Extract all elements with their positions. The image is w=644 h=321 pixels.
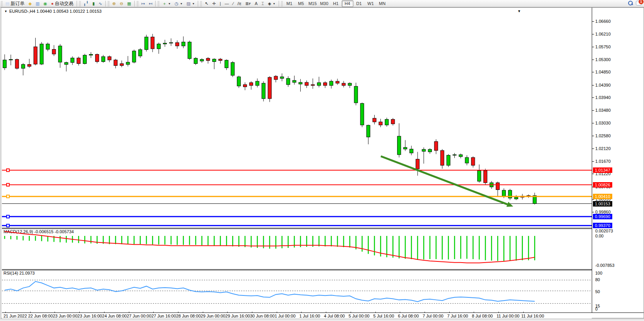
zoom-out-button[interactable]: ⊖ (118, 0, 125, 7)
timeframe-w1-button[interactable]: W1 (365, 0, 377, 7)
candle (231, 61, 235, 77)
zoom-out-icon: ⊖ (120, 2, 123, 6)
text-button[interactable]: A (253, 0, 259, 7)
bar-chart-button[interactable]: ╻╹ (82, 0, 91, 7)
indicators-button[interactable]: ＋▼ (160, 0, 173, 7)
text-label-button[interactable]: ⌶ (260, 0, 266, 7)
signals-button[interactable]: ◉ (41, 0, 49, 7)
toolbar-grip[interactable] (281, 1, 283, 6)
candle (484, 169, 487, 185)
arrows-button[interactable]: ◈▼ (266, 0, 277, 7)
toolbar-grip[interactable] (108, 1, 110, 6)
time-tick (5, 312, 6, 313)
toolbar-grip[interactable] (137, 1, 139, 6)
candle (40, 42, 43, 65)
timeframe-m5-button[interactable]: M5 (295, 0, 307, 7)
zoom-in-button[interactable]: ⊕ (110, 0, 118, 7)
chat-icon[interactable]: 1 (636, 1, 642, 5)
time-tick-label: 29 Jun 00:00 (201, 314, 226, 318)
candle (440, 149, 444, 169)
cursor-button[interactable]: ↖ (203, 0, 210, 7)
line-handle[interactable] (7, 183, 9, 186)
timeframe-m1-button[interactable]: M1 (284, 0, 295, 7)
timeframe-mn-button[interactable]: MN (377, 0, 388, 7)
autotrading-button[interactable]: ●自动交易 (49, 0, 75, 7)
candle (114, 59, 117, 68)
fibonacci-button[interactable]: ≣ꜰ (243, 0, 253, 7)
axis-tick (592, 149, 594, 149)
pane-separator[interactable] (2, 269, 592, 270)
search-icon[interactable] (628, 0, 633, 5)
candle (496, 182, 500, 196)
data-window-button[interactable]: ▥ (34, 0, 41, 7)
horizontal-line-button[interactable]: — (223, 0, 231, 7)
time-tick (153, 312, 154, 313)
toolbar-grip[interactable] (158, 1, 159, 6)
price-tick-label: 1.02580 (595, 133, 611, 138)
time-tick-label: 1 Jul 16:00 (299, 314, 320, 318)
toolbar-grip[interactable] (1, 1, 3, 6)
chart-window[interactable]: ▼ EURUSD-,H4 1.00440 1.00543 1.00122 1.0… (1, 7, 644, 318)
candle (243, 82, 247, 90)
metaeditor-button[interactable]: ◆ (26, 0, 33, 7)
toolbar-grip[interactable] (200, 1, 202, 6)
candle (299, 79, 302, 92)
candle (533, 193, 536, 205)
horizontal-line-object[interactable] (2, 224, 592, 227)
line-chart-button[interactable]: ∿ (97, 0, 104, 7)
axis-tick (592, 199, 594, 200)
new-order-button[interactable]: ▤新订单 (3, 0, 26, 7)
price-line-badge: 1.00153 (593, 201, 612, 207)
timeframe-m30-button[interactable]: M30 (319, 0, 330, 7)
candle (471, 156, 475, 167)
line-handle[interactable] (7, 224, 9, 227)
timeframe-d1-button[interactable]: D1 (353, 0, 365, 7)
time-tick-label: 27 Jun 16:00 (151, 314, 176, 318)
price-axis[interactable]: 1.066601.062101.057501.053001.048501.043… (592, 8, 644, 312)
horizontal-line-object[interactable] (2, 215, 592, 218)
time-tick (277, 312, 277, 313)
horizontal-line-object[interactable] (2, 183, 592, 186)
time-tick-label: 5 Jul 16:00 (373, 314, 394, 318)
line-chart-icon: ∿ (99, 2, 102, 6)
chart-shift-button[interactable]: ↤ (147, 0, 154, 7)
templates-button[interactable]: ▨▼ (185, 0, 197, 7)
axis-tick (592, 34, 594, 34)
auto-scroll-button[interactable]: ↦ (139, 0, 147, 7)
candle (465, 155, 469, 165)
time-tick (400, 312, 400, 313)
macd-pane[interactable] (2, 229, 592, 269)
candle (169, 38, 173, 46)
periods-button[interactable]: ◷▼ (173, 0, 185, 7)
channel-button[interactable]: ⫽ᴇ (235, 0, 243, 7)
time-tick-label: 28 Jun 08:00 (176, 314, 201, 318)
timeframe-h4-button[interactable]: H4 (342, 0, 353, 7)
price-tick-label: 1.05750 (595, 44, 611, 49)
price-chart-pane[interactable] (2, 9, 592, 228)
candle (367, 125, 370, 144)
horizontal-line-object[interactable] (2, 169, 592, 172)
candle (385, 118, 389, 126)
time-axis[interactable]: 21 Jun 202222 Jun 08:0023 Jun 00:0023 Ju… (2, 313, 592, 319)
timeframe-h1-button[interactable]: H1 (330, 0, 342, 7)
pane-separator[interactable] (2, 228, 592, 228)
timeframe-m15-button[interactable]: M15 (307, 0, 319, 7)
time-tick-label: 6 Jul 08:00 (398, 314, 419, 318)
tile-windows-button[interactable]: ▦ (125, 0, 133, 7)
rsi-line (5, 282, 535, 302)
toolbar-grip[interactable] (79, 1, 81, 6)
vertical-line-button[interactable]: | (218, 0, 223, 7)
crosshair-button[interactable]: ✛ (210, 0, 218, 7)
line-handle[interactable] (7, 195, 9, 198)
candle (120, 60, 123, 67)
text-label-icon: ⌶ (262, 2, 264, 6)
line-handle[interactable] (7, 169, 9, 172)
line-handle[interactable] (7, 215, 9, 218)
rsi-pane[interactable] (2, 270, 592, 312)
trendline-button[interactable]: ∕ (231, 0, 235, 7)
candlestick-chart-button[interactable]: ▮ (91, 0, 97, 7)
time-tick-label: 27 Jun 00:00 (127, 314, 152, 318)
toolbar-separator (77, 1, 77, 7)
candle (225, 60, 228, 70)
time-tick-label: 1 Jul 00:00 (275, 314, 296, 318)
